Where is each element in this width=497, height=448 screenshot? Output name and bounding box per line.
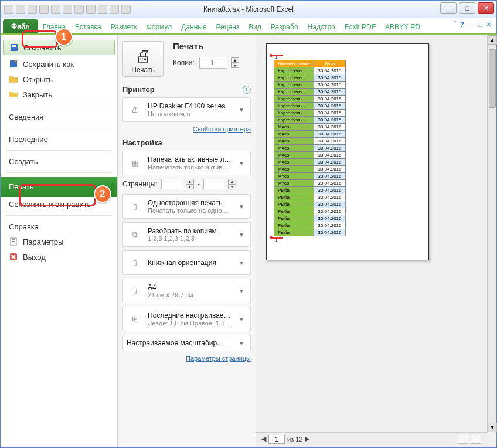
chevron-down-icon: ▼ (236, 288, 247, 294)
tab-view[interactable]: Вид (244, 21, 266, 33)
tab-foxit[interactable]: Foxit PDF (340, 21, 380, 33)
scroll-down-icon[interactable]: ▼ (488, 423, 497, 432)
table-row: Рыба30.04.2016 (274, 208, 346, 215)
options-icon (9, 237, 18, 246)
qat-dropdown-icon[interactable] (121, 5, 131, 14)
setting-scaling[interactable]: Настраиваемое масштабир... ▼ (122, 335, 251, 351)
page-navigation: ◀ из 12 ▶ (256, 432, 487, 445)
chevron-down-icon: ▼ (236, 340, 247, 347)
page-from-spinner[interactable]: ▲▼ (186, 179, 194, 189)
tab-insert[interactable]: Вставка (70, 21, 106, 33)
zoom-to-page-button[interactable] (471, 435, 481, 444)
setting-print-what[interactable]: ▦ Напечатать активные листы Напечатать т… (122, 151, 251, 175)
printer-properties-link[interactable]: Свойства принтера (122, 125, 251, 133)
scroll-thumb[interactable] (489, 49, 496, 108)
qat-icon[interactable] (86, 5, 96, 14)
tab-developer[interactable]: Разрабо (266, 21, 303, 33)
table-row: Мясо30.04.2016 (274, 152, 346, 159)
svg-rect-5 (12, 241, 15, 242)
nav-exit[interactable]: Выход (1, 249, 117, 264)
table-row: Картофель30.04.2015 (274, 117, 346, 124)
page-setup-link[interactable]: Параметры страницы (122, 355, 251, 362)
qat-icon[interactable] (98, 5, 107, 14)
portrait-icon: ▯ (127, 254, 143, 271)
ribbon-tabs: Файл Главна Вставка Разметк Формул Данны… (1, 18, 496, 35)
setting-sides[interactable]: ▯ Односторонняя печать Печатать только н… (122, 194, 251, 219)
nav-save-label: Сохранить (23, 43, 62, 52)
scroll-up-icon[interactable]: ▲ (488, 35, 497, 45)
tab-formulas[interactable]: Формул (142, 21, 177, 33)
nav-options-label: Параметры (23, 237, 63, 246)
qat-icon[interactable] (110, 5, 119, 14)
next-page-button[interactable]: ▶ (305, 435, 309, 443)
nav-recent[interactable]: Последние (1, 132, 117, 147)
nav-options[interactable]: Параметры (1, 234, 117, 249)
save-icon (9, 43, 19, 52)
table-row: Картофель30.04.2015 (274, 82, 346, 89)
tab-file[interactable]: Файл (3, 19, 38, 33)
nav-exit-label: Выход (23, 253, 46, 262)
printer-selector[interactable]: 🖨 HP Deskjet F4100 series Не подключен ▼ (122, 97, 251, 122)
redo-icon[interactable] (39, 5, 49, 14)
setting-orientation[interactable]: ▯ Книжная ориентация ▼ (122, 250, 251, 275)
setting-margins[interactable]: ⊞ Последние настраиваемые ... Левое: 1,8… (122, 307, 251, 331)
minimize-ribbon-icon[interactable]: ˆ (454, 21, 456, 29)
nav-save-as[interactable]: Сохранить как (1, 56, 117, 72)
undo-icon[interactable] (28, 5, 37, 14)
nav-help-label: Справка (9, 222, 39, 231)
print-settings-panel: 🖨 Печать Печать Копии: ▲▼ Принтер i 🖨 (118, 35, 256, 447)
nav-save[interactable]: Сохранить (3, 40, 115, 55)
page-to-input[interactable] (203, 179, 224, 189)
page-from-input[interactable] (161, 179, 182, 189)
nav-close[interactable]: Закрыть (1, 87, 117, 102)
prev-page-button[interactable]: ◀ (261, 435, 266, 443)
nav-share[interactable]: Сохранить и отправить (1, 197, 117, 212)
setting-collate[interactable]: ⧉ Разобрать по копиям 1,2,3 1,2,3 1,2,3 … (122, 222, 251, 247)
col-name: Наименование (274, 60, 314, 67)
table-row: Мясо30.04.2016 (274, 173, 346, 180)
qat-icon[interactable] (63, 5, 72, 14)
preview-scrollbar[interactable]: ▲ ▼ (487, 35, 496, 432)
print-button[interactable]: 🖨 Печать (122, 41, 164, 77)
setting-paper-size[interactable]: ▯ A4 21 см x 29,7 см ▼ (122, 279, 251, 303)
table-row: Рыба30.04.2016 (274, 229, 346, 236)
window-min-icon[interactable]: — (468, 21, 475, 29)
nav-help[interactable]: Справка (1, 219, 117, 234)
tab-addins[interactable]: Надстро (303, 21, 340, 33)
nav-info-label: Сведения (9, 113, 43, 121)
page-to-spinner[interactable]: ▲▼ (228, 179, 236, 189)
table-row: Мясо30.04.2016 (274, 138, 346, 145)
copies-spinner[interactable]: ▲▼ (231, 57, 239, 68)
page-header-num: 1 (275, 55, 423, 60)
nav-open[interactable]: Открыть (1, 72, 117, 87)
nav-print[interactable]: Печать (1, 177, 117, 197)
tab-abbyy[interactable]: ABBYY PD (380, 21, 425, 33)
page-current-input[interactable] (268, 435, 285, 444)
window-buttons: — □ ✕ (440, 2, 494, 14)
show-margins-button[interactable] (458, 435, 468, 444)
close-button[interactable]: ✕ (478, 2, 494, 14)
tab-layout[interactable]: Разметк (106, 21, 142, 33)
window-title: Книга8.xlsx - Microsoft Excel (203, 5, 294, 13)
maximize-button[interactable]: □ (459, 2, 475, 14)
preview-page: 1 Наименование Дата Картофель30.04.2015К… (266, 43, 429, 260)
tab-review[interactable]: Реценз (212, 21, 244, 33)
nav-info[interactable]: Сведения (1, 110, 117, 124)
qat-icon[interactable] (74, 5, 84, 14)
ribbon-help-icons: ˆ ? — □ ✕ (454, 21, 492, 29)
info-icon[interactable]: i (243, 86, 251, 94)
window-close-icon[interactable]: ✕ (486, 21, 492, 29)
qat-icon[interactable] (51, 5, 60, 14)
chevron-down-icon: ▼ (236, 107, 247, 113)
minimize-button[interactable]: — (440, 2, 457, 14)
printer-name: HP Deskjet F4100 series (148, 102, 232, 110)
nav-new[interactable]: Создать (1, 154, 117, 169)
copies-input[interactable] (199, 57, 226, 69)
tab-home[interactable]: Главна (38, 21, 70, 33)
window-restore-icon[interactable]: □ (478, 21, 482, 29)
help-icon[interactable]: ? (459, 21, 464, 29)
save-icon[interactable] (16, 5, 25, 14)
tab-data[interactable]: Данные (176, 21, 211, 33)
print-button-label: Печать (125, 66, 161, 74)
annotation-mark (271, 55, 283, 56)
